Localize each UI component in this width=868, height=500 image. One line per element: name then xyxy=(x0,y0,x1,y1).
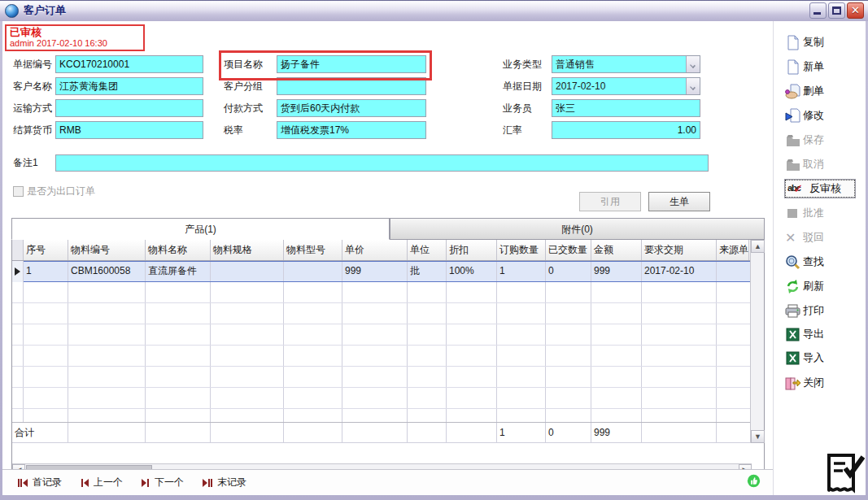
col-price[interactable]: 单价 xyxy=(342,240,408,260)
salesman-label: 业务员 xyxy=(503,99,532,117)
doc-date-select[interactable]: 2017-02-10 xyxy=(552,77,700,95)
col-source[interactable]: 来源单类别 xyxy=(717,240,749,260)
cell-price[interactable]: 999 xyxy=(342,261,408,282)
import-button[interactable]: 导入 xyxy=(785,349,863,367)
remark1-field[interactable] xyxy=(55,154,709,172)
col-delivered[interactable]: 已交数量 xyxy=(546,240,591,260)
nav-prev-button[interactable]: 上一个 xyxy=(80,476,123,489)
export-order-checkbox[interactable] xyxy=(13,186,24,197)
customer-label: 客户名称 xyxy=(13,77,52,95)
tab-products[interactable]: 产品(1) xyxy=(11,218,390,240)
col-spec[interactable]: 物料规格 xyxy=(211,240,284,260)
nav-last-button[interactable]: 末记录 xyxy=(202,476,246,489)
cell-due[interactable]: 2017-02-10 xyxy=(642,261,717,282)
col-name[interactable]: 物料名称 xyxy=(146,240,211,260)
tax-label: 税率 xyxy=(224,121,243,139)
cell-code[interactable]: CBM1600058 xyxy=(68,261,146,282)
new-button[interactable]: 新单 xyxy=(785,58,863,76)
cell-seq[interactable]: 1 xyxy=(24,261,68,282)
col-qty[interactable]: 订购数量 xyxy=(497,240,546,260)
cell-unit[interactable]: 批 xyxy=(408,261,447,282)
biz-type-value: 普通销售 xyxy=(552,56,686,72)
cell-delivered[interactable]: 0 xyxy=(546,261,591,282)
app-globe-icon xyxy=(5,4,19,18)
col-code[interactable]: 物料编号 xyxy=(68,240,146,260)
cancel-icon xyxy=(785,157,800,172)
total-empty xyxy=(408,423,447,442)
scroll-down-button[interactable]: ▼ xyxy=(751,430,765,443)
remark1-label: 备注1 xyxy=(13,154,38,172)
refresh-icon xyxy=(785,279,800,294)
cancel-button[interactable]: 取消 xyxy=(785,155,863,173)
minimize-button[interactable] xyxy=(809,2,827,19)
project-field[interactable] xyxy=(277,55,426,73)
exit-icon xyxy=(785,376,800,391)
record-navbar: 首记录 上一个 下一个 末记录 xyxy=(2,470,775,495)
refresh-button[interactable]: 刷新 xyxy=(785,277,863,295)
col-amount[interactable]: 金额 xyxy=(591,240,642,260)
tab-attachments[interactable]: 附件(0) xyxy=(390,218,765,240)
copy-button[interactable]: 复制 xyxy=(785,33,863,51)
biz-type-dropdown-button[interactable] xyxy=(686,56,700,72)
biz-type-select[interactable]: 普通销售 xyxy=(552,55,700,73)
cell-source[interactable] xyxy=(717,261,749,282)
payment-field[interactable] xyxy=(277,99,426,117)
close-form-button[interactable]: 关闭 xyxy=(785,374,863,392)
customer-field[interactable] xyxy=(55,77,203,95)
doc-date-label: 单据日期 xyxy=(503,77,542,95)
salesman-field[interactable] xyxy=(552,99,700,117)
approve-button[interactable]: 批准 xyxy=(785,204,863,222)
col-unit[interactable]: 单位 xyxy=(408,240,447,260)
col-model[interactable]: 物料型号 xyxy=(284,240,342,260)
title-bar[interactable]: 客户订单 ✕ xyxy=(0,0,868,21)
search-icon xyxy=(785,254,800,270)
generate-button[interactable]: 生单 xyxy=(648,192,710,211)
biz-type-label: 业务类型 xyxy=(503,55,542,73)
export-button[interactable]: 导出 xyxy=(785,325,863,343)
find-button[interactable]: 查找 xyxy=(785,253,863,271)
refresh-label: 刷新 xyxy=(803,279,824,293)
nav-next-button[interactable]: 下一个 xyxy=(141,476,184,489)
audit-meta: admin 2017-02-10 16:30 xyxy=(10,38,140,48)
close-button[interactable]: ✕ xyxy=(847,2,864,19)
total-empty xyxy=(342,423,408,442)
approve-icon xyxy=(785,206,800,221)
reject-button[interactable]: ✕ 驳回 xyxy=(785,228,863,246)
col-seq[interactable]: 序号 xyxy=(24,240,68,260)
nav-first-button[interactable]: 首记录 xyxy=(17,476,62,489)
quote-button[interactable]: 引用 xyxy=(579,192,641,211)
cell-spec[interactable] xyxy=(211,261,284,282)
vertical-scrollbar[interactable]: ▲ ▼ xyxy=(750,240,764,443)
maximize-button[interactable] xyxy=(828,2,845,19)
cell-amount[interactable]: 999 xyxy=(591,261,642,282)
transport-field[interactable] xyxy=(55,99,203,117)
scroll-up-button[interactable]: ▲ xyxy=(751,240,765,253)
print-button[interactable]: 打印 xyxy=(785,302,863,320)
doc-no-field[interactable] xyxy=(55,55,203,73)
rate-field[interactable] xyxy=(552,121,700,139)
last-record-icon xyxy=(202,478,213,488)
doc-date-dropdown-button[interactable] xyxy=(686,78,700,94)
cell-model[interactable] xyxy=(284,261,342,282)
col-due[interactable]: 要求交期 xyxy=(642,240,717,260)
save-button[interactable]: 保存 xyxy=(785,131,863,149)
printer-icon xyxy=(785,303,800,319)
currency-field[interactable] xyxy=(55,121,203,139)
nav-prev-label: 上一个 xyxy=(94,476,123,489)
cell-qty[interactable]: 1 xyxy=(497,261,546,282)
delete-button[interactable]: 删单 xyxy=(785,82,863,100)
action-sidebar: 复制 新单 删单 修改 保存 取消 xyxy=(773,21,866,495)
col-discount[interactable]: 折扣 xyxy=(447,240,497,260)
table-row[interactable]: 1 CBM1600058 直流屏备件 999 批 100% 1 0 999 20… xyxy=(12,261,764,282)
unaudit-button[interactable]: abc ✓ 反审核 xyxy=(785,180,855,198)
new-doc-icon xyxy=(785,59,800,75)
table-total-row: 合计 1 0 999 xyxy=(12,422,764,443)
prev-record-icon xyxy=(80,478,89,488)
cell-discount[interactable]: 100% xyxy=(447,261,497,282)
modify-button[interactable]: 修改 xyxy=(785,107,863,124)
chevron-down-icon xyxy=(690,63,696,68)
tax-field[interactable] xyxy=(277,121,426,139)
customer-group-field[interactable] xyxy=(277,77,426,95)
cell-name[interactable]: 直流屏备件 xyxy=(146,261,211,282)
table-empty-area xyxy=(12,282,764,422)
